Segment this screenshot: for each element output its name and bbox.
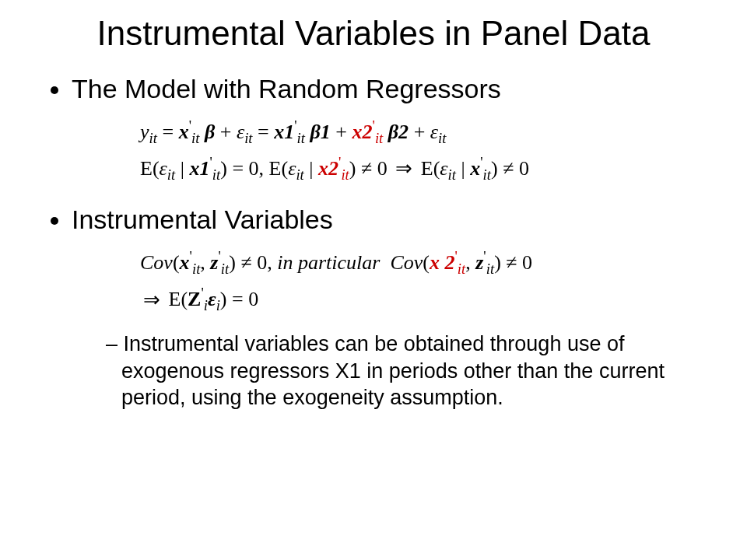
equation-model-line1: yit = x'it β + εit = x1'it β1 + x2'it β2… (140, 114, 719, 149)
equation-iv-line2: ⇒ E(Z'iεi) = 0 (140, 282, 719, 317)
equation-iv-line1: Cov(x'it, z'it) ≠ 0, in particular Cov(x… (140, 245, 719, 280)
bullet-model: The Model with Random Regressors (72, 72, 719, 106)
bullet-list: The Model with Random Regressors yit = x… (28, 72, 719, 411)
slide-title: Instrumental Variables in Panel Data (28, 14, 719, 54)
implies-icon: ⇒ (140, 288, 163, 311)
equation-model: yit = x'it β + εit = x1'it β1 + x2'it β2… (72, 110, 719, 195)
implies-icon: ⇒ (392, 156, 416, 180)
bullet-iv: Instrumental Variables (72, 203, 719, 236)
sub-bullet-list: Instrumental variables can be obtained t… (72, 331, 719, 411)
equation-iv: Cov(x'it, z'it) ≠ 0, in particular Cov(x… (72, 240, 719, 326)
sub-bullet-iv: Instrumental variables can be obtained t… (106, 331, 719, 411)
equation-model-line2: E(εit | x1'it) = 0, E(εit | x2'it) ≠ 0 ⇒… (140, 151, 719, 186)
slide: Instrumental Variables in Panel Data The… (0, 0, 747, 560)
